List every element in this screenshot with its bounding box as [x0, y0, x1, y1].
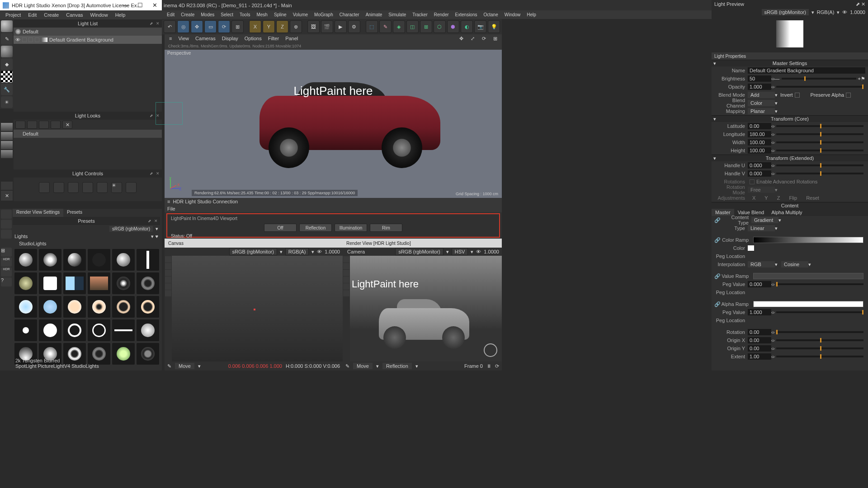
- width-field[interactable]: 100.00: [748, 139, 771, 145]
- preset-tool-2-icon[interactable]: [1, 220, 12, 229]
- preset-thumb[interactable]: [63, 272, 86, 294]
- canvas-move-dropdown[interactable]: Move: [175, 363, 194, 369]
- lc-btn-6[interactable]: ☀: [111, 182, 122, 193]
- extent-slider[interactable]: [776, 356, 863, 357]
- latitude-field[interactable]: 0.00: [748, 123, 771, 129]
- hamburger-icon[interactable]: ≡: [166, 36, 175, 41]
- tool-brush-icon[interactable]: ✎: [1, 33, 13, 45]
- preset-thumb[interactable]: [88, 272, 110, 294]
- lc-ico-x[interactable]: ✕: [1, 191, 13, 201]
- tool-sphere2-icon[interactable]: [1, 46, 13, 57]
- content-header[interactable]: Content: [712, 202, 868, 209]
- rv-eye-icon[interactable]: 👁: [476, 249, 481, 254]
- extent-field[interactable]: 1.00: [748, 353, 771, 360]
- scale-icon[interactable]: ▭: [204, 20, 217, 33]
- menu-window[interactable]: Window: [87, 12, 112, 18]
- interp-dropdown[interactable]: RGB: [748, 261, 775, 267]
- rv-pen-icon[interactable]: ✎: [345, 363, 349, 369]
- handleu-slider[interactable]: [776, 164, 863, 166]
- menu-edit[interactable]: Edit: [24, 12, 40, 18]
- preset-thumb[interactable]: [137, 343, 159, 365]
- master-settings-header[interactable]: ▾Master Settings: [712, 60, 868, 66]
- menu-edit[interactable]: Edit: [164, 12, 178, 17]
- rv-tool-1-icon[interactable]: [343, 256, 349, 263]
- preset-tool-hdr-icon[interactable]: HDR: [1, 258, 12, 267]
- canvas-tool-pan-icon[interactable]: [165, 277, 171, 283]
- tool-wrench-icon[interactable]: 🔧: [1, 84, 13, 95]
- link-icon[interactable]: 🔗: [714, 237, 721, 243]
- deform-icon[interactable]: ⬢: [447, 20, 459, 33]
- move-icon[interactable]: ✥: [191, 20, 203, 33]
- menu-window[interactable]: Window: [501, 12, 524, 17]
- rv-move-dropdown[interactable]: Move: [353, 363, 373, 369]
- hamburger-icon[interactable]: ≡: [167, 199, 170, 204]
- preset-thumb[interactable]: [112, 272, 135, 294]
- vp-layout-icon[interactable]: ⊞: [491, 36, 500, 42]
- menu-simulate[interactable]: Simulate: [385, 12, 409, 17]
- close-icon[interactable]: ✕: [156, 21, 160, 26]
- rv-tool-2-icon[interactable]: [343, 263, 349, 269]
- vp-filter[interactable]: Filter: [265, 36, 282, 41]
- preset-tool-help-icon[interactable]: ?: [1, 277, 12, 286]
- look-btn-3[interactable]: [39, 121, 49, 129]
- preset-thumb[interactable]: [39, 296, 61, 318]
- x-axis-icon[interactable]: X: [249, 20, 261, 33]
- preset-thumb[interactable]: [39, 249, 61, 271]
- rv-tool-6-icon[interactable]: [343, 290, 349, 296]
- preset-thumb[interactable]: [63, 249, 86, 271]
- link-icon[interactable]: 🔗: [714, 301, 721, 307]
- preset-thumb[interactable]: [14, 249, 37, 271]
- opacity-field[interactable]: 1.000: [748, 84, 771, 90]
- tool-light-icon[interactable]: ☀: [1, 96, 13, 108]
- rotate-icon[interactable]: ⟳: [218, 20, 230, 33]
- preset-thumb[interactable]: [137, 249, 159, 271]
- menu-create[interactable]: Create: [40, 12, 62, 18]
- preset-thumb[interactable]: [14, 319, 37, 341]
- canvas-srgb-dropdown[interactable]: sRGB (rgbMonitor): [229, 248, 277, 255]
- gear-icon[interactable]: ⚙: [348, 20, 360, 33]
- subdiv-icon[interactable]: ◈: [393, 20, 405, 33]
- menu-spline[interactable]: Spline: [271, 12, 290, 17]
- z-axis-icon[interactable]: Z: [276, 20, 288, 33]
- tab-presets[interactable]: Presets: [63, 209, 86, 217]
- cloner-icon[interactable]: ⊞: [420, 20, 432, 33]
- lc-btn-4[interactable]: [82, 182, 93, 193]
- rv-hsv-dropdown[interactable]: HSV: [452, 248, 468, 255]
- undock-icon[interactable]: ⬈: [149, 21, 154, 26]
- render-settings-icon[interactable]: ▶: [335, 20, 347, 33]
- contenttype-dropdown[interactable]: Gradient: [751, 217, 778, 223]
- menu-extensions[interactable]: Extensions: [452, 12, 481, 17]
- pen-icon[interactable]: ✎: [379, 20, 392, 33]
- rotation-field[interactable]: 0.00: [748, 329, 771, 335]
- preset-thumb[interactable]: [137, 319, 159, 341]
- c4d-viewport[interactable]: ≡ View Cameras Display Options Filter Pa…: [165, 34, 502, 198]
- preset-thumb[interactable]: [63, 319, 86, 341]
- render-icon[interactable]: 🖼: [307, 20, 320, 33]
- originx-field[interactable]: 0.00: [748, 337, 771, 343]
- preset-tool-1-icon[interactable]: [1, 210, 12, 219]
- presets-srgb-dropdown[interactable]: sRGB (rgbMonitor): [109, 226, 153, 232]
- name-field[interactable]: Default Gradient Background: [748, 67, 865, 74]
- originy-field[interactable]: 0.00: [748, 345, 771, 352]
- vp-options[interactable]: Options: [242, 36, 264, 41]
- menu-project[interactable]: Project: [2, 12, 24, 18]
- preset-thumb[interactable]: [88, 319, 110, 341]
- preset-thumb[interactable]: [137, 296, 159, 318]
- conn-file-menu[interactable]: File: [167, 206, 175, 211]
- canvas-rgba-dropdown[interactable]: RGB(A): [285, 248, 309, 255]
- blendmode-dropdown[interactable]: Add: [748, 92, 775, 98]
- preset-thumb[interactable]: [88, 249, 110, 271]
- cube-icon[interactable]: ⬚: [366, 20, 378, 33]
- link-icon[interactable]: 🔗: [714, 217, 721, 223]
- canvas-pen-icon[interactable]: ✎: [167, 363, 171, 369]
- look-ico-1[interactable]: [1, 123, 13, 131]
- tab-render-settings[interactable]: Render View Settings: [13, 209, 63, 217]
- link-icon[interactable]: 🔗: [714, 273, 721, 279]
- look-ico-2[interactable]: [1, 132, 13, 140]
- undock-icon[interactable]: ⬈: [856, 1, 860, 7]
- menu-character[interactable]: Character: [336, 12, 363, 17]
- rv-tool-3-icon[interactable]: [343, 270, 349, 276]
- preserve-alpha-checkbox[interactable]: [846, 93, 851, 98]
- camera-icon[interactable]: 📷: [474, 20, 486, 33]
- menu-modes[interactable]: Modes: [198, 12, 217, 17]
